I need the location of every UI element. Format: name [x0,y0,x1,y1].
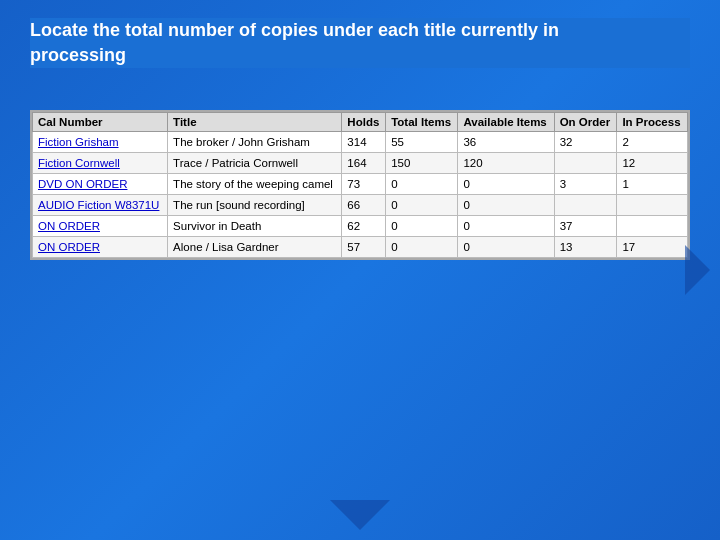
cell-in-process [617,195,688,216]
table-header-row: Cal Number Title Holds Total Items Avail… [33,113,688,132]
cell-holds: 66 [342,195,386,216]
cell-available-items: 0 [458,174,554,195]
cell-in-process: 12 [617,153,688,174]
cell-title: Trace / Patricia Cornwell [168,153,342,174]
cell-total-items: 150 [386,153,458,174]
cell-available-items: 0 [458,216,554,237]
cell-available-items: 120 [458,153,554,174]
cell-available-items: 0 [458,195,554,216]
cell-total-items: 0 [386,237,458,258]
cell-total-items: 0 [386,216,458,237]
cell-in-process: 17 [617,237,688,258]
cell-holds: 57 [342,237,386,258]
cell-holds: 62 [342,216,386,237]
table-row: ON ORDERAlone / Lisa Gardner57001317 [33,237,688,258]
cell-cal-number[interactable]: Fiction Grisham [33,132,168,153]
table-row: Fiction GrishamThe broker / John Grisham… [33,132,688,153]
cell-cal-number[interactable]: ON ORDER [33,237,168,258]
table-row: ON ORDERSurvivor in Death620037 [33,216,688,237]
heading-area: Locate the total number of copies under … [30,18,690,68]
col-header-in-process: In Process [617,113,688,132]
heading-line2: processing [30,45,126,65]
cell-available-items: 36 [458,132,554,153]
col-header-total-items: Total Items [386,113,458,132]
cell-on-order: 32 [554,132,617,153]
table-row: Fiction CornwellTrace / Patricia Cornwel… [33,153,688,174]
cell-on-order: 3 [554,174,617,195]
cell-on-order [554,195,617,216]
col-header-available-items: Available Items [458,113,554,132]
cell-in-process: 1 [617,174,688,195]
cell-cal-number[interactable]: ON ORDER [33,216,168,237]
cell-available-items: 0 [458,237,554,258]
cell-on-order: 37 [554,216,617,237]
cell-title: Survivor in Death [168,216,342,237]
col-header-title: Title [168,113,342,132]
cell-cal-number[interactable]: AUDIO Fiction W8371U [33,195,168,216]
arrow-right-decoration [685,245,710,295]
results-table: Cal Number Title Holds Total Items Avail… [32,112,688,258]
cell-title: The broker / John Grisham [168,132,342,153]
table-row: DVD ON ORDERThe story of the weeping cam… [33,174,688,195]
cell-title: The story of the weeping camel [168,174,342,195]
col-header-cal-number: Cal Number [33,113,168,132]
page-heading: Locate the total number of copies under … [30,18,690,68]
cell-holds: 164 [342,153,386,174]
col-header-holds: Holds [342,113,386,132]
cell-on-order: 13 [554,237,617,258]
cell-in-process [617,216,688,237]
cell-total-items: 0 [386,174,458,195]
table-row: AUDIO Fiction W8371UThe run [sound recor… [33,195,688,216]
heading-line1: Locate the total number of copies under … [30,20,559,40]
col-header-on-order: On Order [554,113,617,132]
cell-total-items: 0 [386,195,458,216]
cell-holds: 314 [342,132,386,153]
cell-title: The run [sound recording] [168,195,342,216]
arrow-down-decoration [330,500,390,530]
cell-in-process: 2 [617,132,688,153]
cell-on-order [554,153,617,174]
data-table-container: Cal Number Title Holds Total Items Avail… [30,110,690,260]
cell-cal-number[interactable]: DVD ON ORDER [33,174,168,195]
cell-title: Alone / Lisa Gardner [168,237,342,258]
cell-holds: 73 [342,174,386,195]
cell-cal-number[interactable]: Fiction Cornwell [33,153,168,174]
cell-total-items: 55 [386,132,458,153]
